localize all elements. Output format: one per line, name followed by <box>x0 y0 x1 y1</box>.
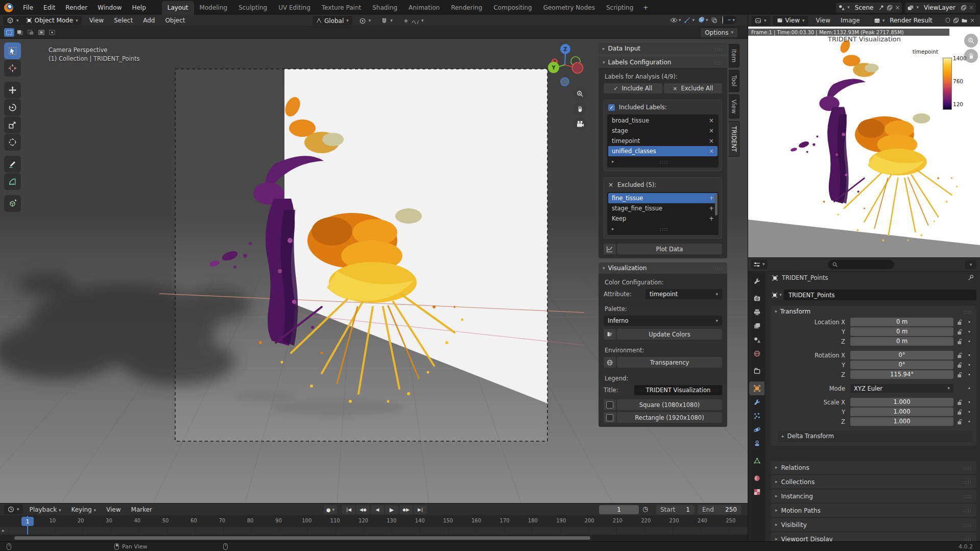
animate-dot[interactable]: • <box>966 329 973 334</box>
move-tool[interactable] <box>4 82 21 99</box>
visibility-dropdown[interactable]: ▾ <box>670 17 681 23</box>
expand-icon[interactable]: ▸ <box>612 159 614 164</box>
workspace-tab-layout[interactable]: Layout <box>162 1 194 15</box>
viewport-menu-select[interactable]: Select <box>109 15 137 26</box>
pan-button[interactable] <box>964 49 978 63</box>
y-field[interactable]: 1.000 <box>850 408 953 416</box>
lock-icon[interactable] <box>953 409 966 415</box>
z-field[interactable]: 115.94° <box>850 370 953 379</box>
shading-wireframe-button[interactable] <box>722 16 723 23</box>
plot-icon[interactable] <box>604 244 616 254</box>
included-label-stage[interactable]: stage× <box>608 126 718 136</box>
panel-motion-paths[interactable]: ▸Motion Paths:::: <box>771 504 976 517</box>
included-checkbox[interactable]: ✓ <box>608 104 615 111</box>
new-scene-icon[interactable] <box>887 5 893 11</box>
location-x-field[interactable]: 0 m <box>850 318 953 326</box>
drag-grip-icon[interactable]: :::: <box>714 46 723 52</box>
workspace-tab-uv-editing[interactable]: UV Editing <box>273 1 316 15</box>
workspace-tab-scripting[interactable]: Scripting <box>601 1 639 15</box>
lock-icon[interactable] <box>953 329 966 335</box>
options-button[interactable]: Options ▾ <box>701 28 737 37</box>
new-layer-icon[interactable] <box>961 5 967 11</box>
include-all-button[interactable]: ✓ Include All <box>604 83 662 93</box>
jump-to-end-button[interactable]: ▶| <box>414 505 427 514</box>
open-folder-icon[interactable] <box>961 17 968 23</box>
select-mode-subtract-button[interactable] <box>26 28 36 37</box>
tab-object-data[interactable] <box>749 454 764 468</box>
rotation-x-field[interactable]: 0° <box>850 351 953 360</box>
breadcrumb-object-name[interactable]: TRIDENT_Points <box>782 274 828 281</box>
tab-particles[interactable] <box>749 409 764 423</box>
image-mode-dropdown[interactable]: View ▾ <box>773 16 808 26</box>
excluded-list-scrollbar[interactable] <box>715 194 718 215</box>
remove-label-icon[interactable]: × <box>709 137 714 145</box>
tab-constraints[interactable] <box>749 437 764 450</box>
excluded-label-fine-tissue[interactable]: fine_tissue+ <box>608 193 718 203</box>
menu-edit[interactable]: Edit <box>39 3 60 13</box>
close-icon[interactable]: × <box>969 4 974 11</box>
menu-help[interactable]: Help <box>127 3 150 13</box>
expand-icon[interactable]: ▸ <box>612 227 614 231</box>
scrollbar-thumb[interactable] <box>14 536 590 540</box>
previous-keyframe-button[interactable]: ◀◆ <box>356 505 370 514</box>
chevron-down-icon[interactable]: ▾ <box>732 18 735 22</box>
panel-viewport-display[interactable]: ▸Viewport Display:::: <box>771 533 976 542</box>
timeline-tracks[interactable]: ▸ <box>0 527 748 535</box>
sidebar-tab-trident[interactable]: TRIDENT <box>729 121 739 157</box>
viewport-menu-object[interactable]: Object <box>160 15 189 26</box>
shading-rendered-button[interactable] <box>728 19 731 20</box>
timeline-menu-playback[interactable]: Playback ▾ <box>25 505 66 515</box>
panel-visibility[interactable]: ▸Visibility:::: <box>771 518 976 531</box>
xray-toggle[interactable] <box>711 17 718 23</box>
menu-render[interactable]: Render <box>61 3 92 13</box>
transform-panel-header[interactable]: ▾ Transform :::: <box>771 306 976 317</box>
included-label-unified-classes[interactable]: unified_classes× <box>608 146 718 156</box>
drag-grip-icon[interactable]: :::: <box>964 309 972 315</box>
sidebar-tab-item[interactable]: Item <box>729 44 739 67</box>
drag-grip-icon[interactable]: :::: <box>714 266 723 271</box>
lock-icon[interactable] <box>953 339 966 345</box>
update-colors-button[interactable]: Update Colors <box>617 329 722 340</box>
object-name-input[interactable]: TRIDENT_Points <box>784 290 976 300</box>
select-mode-new-button[interactable] <box>4 28 14 37</box>
proportional-editing-toggle[interactable]: ▾ <box>399 16 427 26</box>
lock-icon[interactable] <box>953 319 966 325</box>
lock-icon[interactable] <box>953 419 966 425</box>
rotate-tool[interactable] <box>4 99 21 116</box>
zoom-button[interactable] <box>573 87 587 101</box>
panel-delta-transform[interactable]: ▸ Delta Transform <box>778 430 972 442</box>
image-editor-type-button[interactable]: ▾ <box>751 16 770 26</box>
viewport-menu-add[interactable]: Add <box>138 15 159 26</box>
jump-to-start-button[interactable]: |◀ <box>342 505 355 514</box>
mode-selector[interactable]: Object Mode ▾ <box>22 16 82 26</box>
tab-collection[interactable] <box>749 364 764 378</box>
properties-search-input[interactable] <box>828 260 894 269</box>
image-datablock-name[interactable]: Render Result <box>887 17 943 24</box>
tab-output[interactable] <box>749 305 764 319</box>
color-swatch-icon[interactable] <box>604 329 616 340</box>
rectangle-checkbox[interactable] <box>604 412 616 423</box>
panel-collections[interactable]: ▸Collections:::: <box>771 475 976 488</box>
world-icon[interactable] <box>604 357 616 368</box>
select-mode-intersect-button[interactable] <box>47 28 57 37</box>
timeline-menu-marker[interactable]: Marker <box>127 505 157 515</box>
remove-label-icon[interactable]: × <box>709 117 714 124</box>
workspace-tab-shading[interactable]: Shading <box>367 1 403 15</box>
timeline-menu-view[interactable]: View <box>102 505 125 515</box>
exclude-all-button[interactable]: × Exclude All <box>664 83 723 93</box>
workspace-tab-geometry-nodes[interactable]: Geometry Nodes <box>538 1 601 15</box>
current-frame-field[interactable]: 1 <box>599 505 639 514</box>
tab-world[interactable] <box>749 347 764 361</box>
lock-icon[interactable] <box>953 372 966 378</box>
image-datablock-selector[interactable]: ▾ Render Result × <box>872 15 977 26</box>
transform-tool[interactable] <box>4 134 21 151</box>
tab-texture[interactable] <box>749 485 764 499</box>
lock-icon[interactable] <box>953 352 966 358</box>
animate-dot[interactable]: • <box>966 319 973 325</box>
properties-filter-button[interactable]: ▾ <box>965 260 976 269</box>
workspace-tab-texture-paint[interactable]: Texture Paint <box>316 1 367 15</box>
transform-orientation-dropdown[interactable]: Global ▾ <box>313 16 352 26</box>
excluded-label-keep[interactable]: Keep+ <box>608 213 718 224</box>
scene-name[interactable]: Scene <box>852 4 877 11</box>
animate-dot[interactable]: • <box>966 352 973 358</box>
